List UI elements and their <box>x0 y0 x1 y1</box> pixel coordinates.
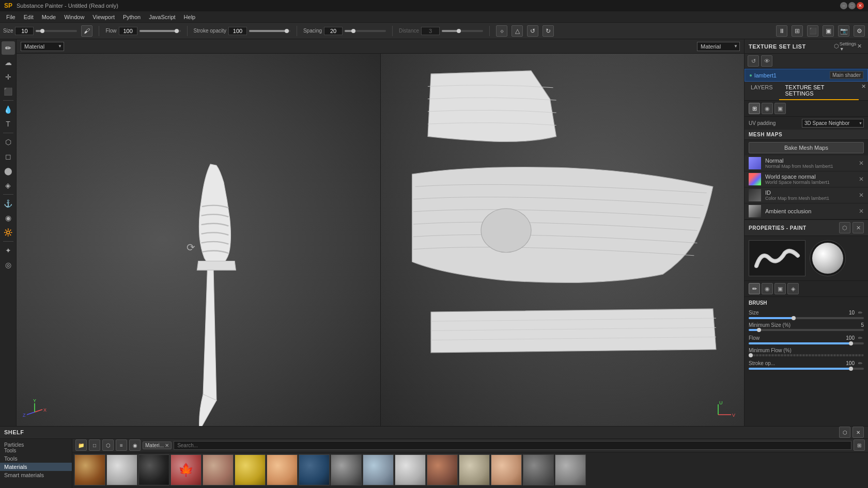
settings-btn[interactable]: ⚙ <box>854 25 865 37</box>
shelf-item-1[interactable] <box>74 454 105 485</box>
blur-tool[interactable]: ⬤ <box>2 164 15 178</box>
shelf-item-10[interactable] <box>363 454 394 485</box>
shelf-item-13[interactable] <box>459 454 490 485</box>
spacing-slider[interactable] <box>345 30 386 32</box>
flow-slider[interactable] <box>140 30 181 32</box>
menu-python[interactable]: Python <box>119 13 145 21</box>
shelf-item-5[interactable] <box>203 454 234 485</box>
shelf-grid-view-btn[interactable]: ⊞ <box>854 439 865 451</box>
sticker-tool[interactable]: ◉ <box>2 211 15 225</box>
pause-button[interactable]: ⏸ <box>776 25 787 37</box>
smart-mask-tool[interactable]: ◈ <box>2 179 15 192</box>
bake-mesh-maps-button[interactable]: Bake Mesh Maps <box>749 142 864 153</box>
brush-type-btn-2[interactable]: △ <box>512 25 523 37</box>
smudge-tool[interactable]: ☁ <box>2 56 15 69</box>
viewport-mode-2d[interactable]: ⊞ <box>792 25 803 37</box>
brush-flow-edit-btn[interactable]: ✏ <box>857 334 864 341</box>
shelf-filter-btn[interactable]: ≡ <box>116 439 127 451</box>
shelf-item-12[interactable] <box>427 454 458 485</box>
props-expand-icon[interactable]: ⬡ <box>839 222 850 233</box>
brush-min-flow-slider[interactable] <box>749 354 864 356</box>
shelf-import-btn[interactable]: □ <box>89 439 100 451</box>
maximize-button[interactable]: □ <box>848 2 856 9</box>
stroke-opacity-slider[interactable] <box>249 30 290 32</box>
shelf-item-9[interactable] <box>331 454 362 485</box>
brush-material-icon[interactable]: ◉ <box>762 283 773 294</box>
brush-size-slider[interactable] <box>749 317 864 319</box>
tsl-eye-icon[interactable]: 👁 <box>761 55 772 67</box>
titlebar-controls[interactable]: – □ ✕ <box>840 2 864 9</box>
shelf-search-icon-btn[interactable]: ◉ <box>129 439 141 451</box>
eraser-tool[interactable]: ◻ <box>2 150 15 163</box>
brush-normal-icon[interactable]: ▣ <box>774 283 786 294</box>
mesh-maps-section-header[interactable]: MESH MAPS <box>745 130 868 140</box>
shelf-category-materials[interactable]: Materials <box>0 463 72 471</box>
viewport-3d[interactable]: ⟳ X Y Z <box>17 54 381 426</box>
brush-flow-slider[interactable] <box>749 342 864 344</box>
shelf-search-input[interactable] <box>174 441 851 450</box>
clone-tool[interactable]: ✛ <box>2 70 15 84</box>
shelf-item-8[interactable] <box>299 454 330 485</box>
distance-value[interactable]: 3 <box>421 27 440 35</box>
extra-tool[interactable]: ◎ <box>2 258 15 272</box>
shelf-item-3[interactable] <box>138 454 169 485</box>
world-normal-close[interactable]: ✕ <box>859 176 864 183</box>
material-dropdown-right-wrap[interactable]: Material Base Color <box>697 42 740 51</box>
viewport-mode-split[interactable]: ▣ <box>823 25 834 37</box>
anchor-tool[interactable]: ⚓ <box>2 197 15 210</box>
tab-layers[interactable]: LAYERS <box>745 82 779 100</box>
tab-texture-set-settings[interactable]: TEXTURE SET SETTINGS <box>779 82 859 100</box>
brush-size-edit-btn[interactable]: ✏ <box>857 309 864 316</box>
brush-paint-icon[interactable]: ✏ <box>749 283 760 294</box>
size-slider[interactable] <box>36 30 77 32</box>
uv-padding-dropdown[interactable]: 3D Space Neighbor UV Dilation Transparen… <box>802 119 864 128</box>
spacing-value[interactable]: 20 <box>324 27 343 35</box>
particles-tool[interactable]: ✦ <box>2 244 15 257</box>
tab-close-btn[interactable]: ✕ <box>859 82 868 91</box>
viewport-uv[interactable]: U V <box>381 54 745 426</box>
minimize-button[interactable]: – <box>840 2 847 9</box>
camera-btn[interactable]: 📷 <box>838 25 849 37</box>
shelf-item-7[interactable] <box>267 454 298 485</box>
shelf-category-tools[interactable]: Tools <box>0 454 72 463</box>
distance-slider[interactable] <box>442 30 483 32</box>
menu-window[interactable]: Window <box>60 13 88 21</box>
text-tool[interactable]: T <box>2 117 15 131</box>
brush-eraser-icon[interactable]: ◈ <box>787 283 799 294</box>
tsl-refresh-icon[interactable]: ↺ <box>748 55 759 67</box>
material-dropdown-left[interactable]: Material Base Color Roughness <box>21 42 64 51</box>
size-value[interactable]: 10 <box>15 27 34 35</box>
stroke-opacity-value[interactable]: 100 <box>228 27 247 35</box>
tsl-settings-btn[interactable]: Settings ▼ <box>843 42 853 51</box>
shelf-category-particles[interactable]: ParticlesTools <box>0 441 72 454</box>
menu-javascript[interactable]: JavaScript <box>145 13 179 21</box>
brush-type-btn-4[interactable]: ↻ <box>542 25 554 37</box>
menu-edit[interactable]: Edit <box>20 13 38 21</box>
menu-viewport[interactable]: Viewport <box>88 13 119 21</box>
props-close-icon[interactable]: ✕ <box>853 222 864 233</box>
shelf-folder-btn[interactable]: 📁 <box>75 439 87 451</box>
menu-help[interactable]: Help <box>180 13 200 21</box>
ao-map-close[interactable]: ✕ <box>859 208 864 215</box>
shelf-expand-btn[interactable]: ⬡ <box>839 427 850 438</box>
shelf-tag-close-btn[interactable]: ✕ <box>165 443 169 448</box>
flow-value[interactable]: 100 <box>119 27 137 35</box>
menu-file[interactable]: File <box>2 13 20 21</box>
tss-icon-normal[interactable]: ▣ <box>774 103 786 114</box>
brush-type-btn-1[interactable]: ⟐ <box>496 25 507 37</box>
brush-icon-btn[interactable]: 🖌 <box>81 25 92 37</box>
fill-tool[interactable]: ⬛ <box>2 85 15 98</box>
close-button[interactable]: ✕ <box>857 2 864 9</box>
id-map-close[interactable]: ✕ <box>859 192 864 199</box>
viewport-mode-3d[interactable]: ⬛ <box>807 25 818 37</box>
shelf-item-2[interactable] <box>106 454 137 485</box>
lambert-item[interactable]: ● lambert1 Main shader <box>745 69 868 82</box>
brush-type-btn-3[interactable]: ↺ <box>527 25 538 37</box>
material-dropdown-right[interactable]: Material Base Color <box>697 42 740 51</box>
env-tool[interactable]: 🔆 <box>2 226 15 239</box>
shelf-item-15[interactable] <box>523 454 554 485</box>
shelf-item-11[interactable] <box>395 454 426 485</box>
material-dropdown-left-wrap[interactable]: Material Base Color Roughness <box>21 42 64 51</box>
shelf-close-btn[interactable]: ✕ <box>853 427 864 438</box>
tsl-close-btn[interactable]: ✕ <box>855 42 864 51</box>
